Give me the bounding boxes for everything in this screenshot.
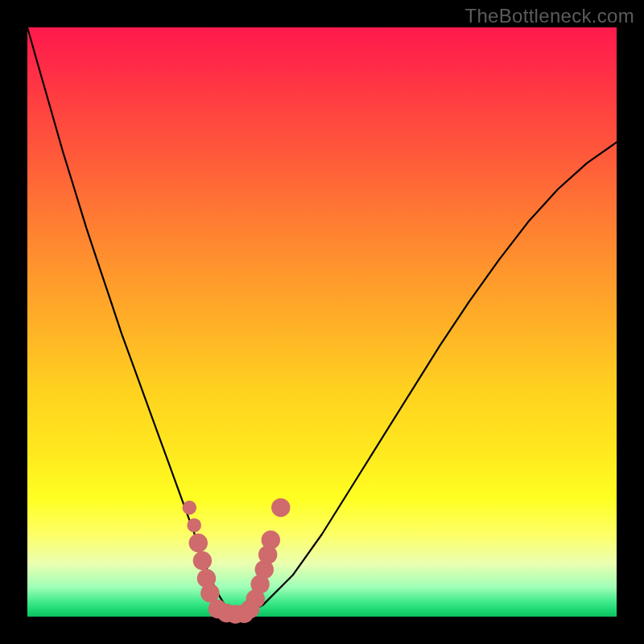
chart-svg xyxy=(27,27,617,617)
bottleneck-curve xyxy=(27,27,617,613)
curve-marker xyxy=(189,534,208,552)
watermark-text: TheBottleneck.com xyxy=(464,5,634,27)
curve-marker xyxy=(183,501,197,515)
curve-marker xyxy=(262,530,280,549)
marker-group xyxy=(183,498,291,624)
curve-marker xyxy=(187,518,201,533)
plot-area xyxy=(27,27,617,617)
curve-marker xyxy=(271,498,290,517)
curve-marker xyxy=(193,551,212,570)
chart-frame: TheBottleneck.com xyxy=(0,0,644,644)
